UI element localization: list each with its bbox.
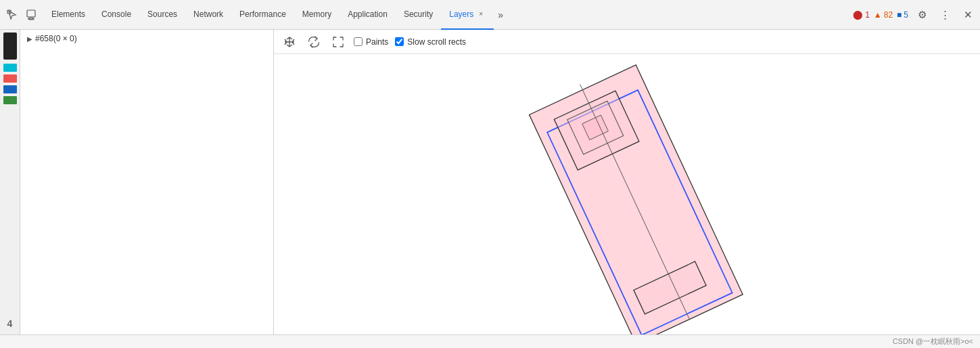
browser-sidebar: 4 xyxy=(0,30,20,334)
info-badge[interactable]: ■ 5 xyxy=(897,10,908,20)
error-badge[interactable]: ⬤ 1 xyxy=(853,9,870,20)
tab-memory[interactable]: Memory xyxy=(294,0,340,30)
tab-network[interactable]: Network xyxy=(185,0,231,30)
sidebar-red-block xyxy=(3,74,17,83)
slow-scroll-checkbox-label[interactable]: Slow scroll rects xyxy=(395,37,466,47)
device-icon[interactable] xyxy=(22,5,41,24)
fit-view-button[interactable] xyxy=(329,33,347,51)
tab-navigation: Elements Console Sources Network Perform… xyxy=(43,0,494,29)
error-icon: ⬤ xyxy=(853,9,863,20)
tab-layers[interactable]: Layers × xyxy=(441,0,494,30)
tab-application[interactable]: Application xyxy=(340,0,396,30)
tab-elements[interactable]: Elements xyxy=(43,0,93,30)
canvas-area: Paints Slow scroll rects xyxy=(274,30,980,334)
warning-badge[interactable]: ▲ 82 xyxy=(874,10,893,20)
rotate-tool-button[interactable] xyxy=(305,33,323,51)
more-options-button[interactable]: ⋮ xyxy=(935,5,954,24)
svg-rect-1 xyxy=(27,10,35,17)
bottom-bar: CSDN @一枕眠秋雨>o< xyxy=(0,334,980,348)
tab-security[interactable]: Security xyxy=(396,0,441,30)
layers-panel: ▶ #658(0 × 0) xyxy=(20,30,274,334)
pan-tool-button[interactable] xyxy=(281,33,298,51)
info-icon: ■ xyxy=(897,10,902,20)
sidebar-blue-block xyxy=(3,85,17,93)
slow-scroll-checkbox[interactable] xyxy=(395,37,404,46)
sidebar-number: 4 xyxy=(7,318,13,329)
tree-arrow-icon: ▶ xyxy=(27,35,32,43)
sidebar-cyan-block xyxy=(3,64,17,72)
paints-checkbox-label[interactable]: Paints xyxy=(354,37,388,47)
canvas-toolbar: Paints Slow scroll rects xyxy=(274,30,980,54)
tab-sources[interactable]: Sources xyxy=(139,0,185,30)
close-devtools-button[interactable]: ✕ xyxy=(958,5,977,24)
toolbar-right: ⬤ 1 ▲ 82 ■ 5 ⚙ ⋮ ✕ xyxy=(853,5,977,24)
devtools-toolbar: Elements Console Sources Network Perform… xyxy=(0,0,980,30)
sidebar-green-block xyxy=(3,96,17,104)
more-tabs-button[interactable]: » xyxy=(494,9,507,20)
main-area: 4 ▶ #658(0 × 0) xyxy=(0,30,980,334)
layers-tree-item[interactable]: ▶ #658(0 × 0) xyxy=(20,30,273,47)
layer-visualization xyxy=(274,64,980,334)
warning-icon: ▲ xyxy=(874,10,882,20)
settings-button[interactable]: ⚙ xyxy=(912,5,931,24)
sidebar-dark-block xyxy=(3,32,17,60)
tab-console[interactable]: Console xyxy=(93,0,139,30)
cursor-icon[interactable] xyxy=(3,5,22,24)
tab-performance[interactable]: Performance xyxy=(231,0,294,30)
paints-checkbox[interactable] xyxy=(354,37,363,46)
tab-layers-close[interactable]: × xyxy=(476,9,486,19)
